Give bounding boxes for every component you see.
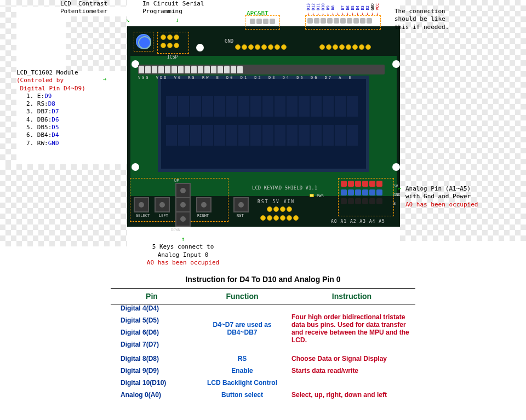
analog-labels: A0 A1 A2 A3 A4 A5 bbox=[331, 219, 385, 224]
button-reset bbox=[233, 197, 249, 212]
digital-gold-pins-1 bbox=[235, 44, 322, 52]
annot-icsp: In Circuit Serial Programming↓ bbox=[142, 0, 204, 16]
label-reset: RST bbox=[237, 214, 244, 218]
table-title: Instruction for D4 To D10 and Analog Pin… bbox=[111, 275, 415, 284]
label-select: SELECT bbox=[136, 214, 150, 218]
analog-pin-block bbox=[341, 181, 392, 208]
annot-apcbt: APC&BT bbox=[247, 10, 268, 18]
mount-hole bbox=[132, 163, 139, 171]
button-down bbox=[175, 211, 191, 227]
mount-hole bbox=[392, 60, 400, 68]
mount-hole bbox=[196, 44, 204, 51]
label-right: RIGHT bbox=[197, 214, 209, 218]
label-left: LEFT bbox=[159, 214, 168, 218]
shield-title: LCD KEYPAD SHIELD V1.1 bbox=[252, 185, 317, 191]
gnd-label: GND bbox=[225, 38, 233, 44]
icsp-label: ICSP bbox=[167, 55, 178, 60]
callout-connection bbox=[305, 15, 381, 30]
annot-pot: LCD Contrast Potentiometer↘ bbox=[60, 0, 107, 16]
annot-connection: The connection should be like this if ne… bbox=[395, 8, 449, 31]
label-down: DOWN bbox=[171, 228, 180, 232]
lcd-screen bbox=[158, 76, 369, 172]
power-gold-pins-top bbox=[266, 206, 308, 214]
callout-icsp bbox=[157, 32, 189, 54]
button-right bbox=[196, 197, 211, 212]
instruction-table: Instruction for D4 To D10 and Analog Pin… bbox=[111, 275, 415, 401]
annot-analog-pins: ← Analog Pin (A1~A5) with Gnd and Power … bbox=[405, 185, 478, 209]
power-led bbox=[310, 194, 314, 197]
power-text: PWR bbox=[317, 194, 324, 198]
callout-pot bbox=[134, 32, 153, 51]
mount-hole bbox=[392, 163, 400, 171]
power-gold-pins bbox=[260, 215, 315, 223]
button-left bbox=[155, 197, 170, 212]
arduino-pin-arrows: D13↓D12↓D11↓D10↓D9↓D8↓↓D7↓D6↓D5↓D4↓D3↓D2… bbox=[306, 3, 380, 16]
power-labels: RST 5V VIN bbox=[258, 199, 295, 204]
annot-keys: ↑ 5 Keys connect to Analog Input 0 A0 ha… bbox=[134, 235, 232, 267]
digital-gold-pins-2 bbox=[319, 44, 390, 52]
table-header: Pin Function Instruction bbox=[111, 288, 415, 304]
button-center-blank bbox=[175, 197, 191, 212]
label-up: UP bbox=[174, 179, 179, 183]
button-select bbox=[134, 197, 149, 212]
lcd-pin-labels: VSS VDD V0 RS RW E D0 D1 D2 D3 D4 D5 D6 … bbox=[138, 76, 353, 80]
lcd-pin-header bbox=[138, 65, 385, 74]
button-up bbox=[175, 183, 191, 198]
annot-lcd-module: LCD_TC1602 Module (Controled by Digital … bbox=[16, 69, 85, 147]
